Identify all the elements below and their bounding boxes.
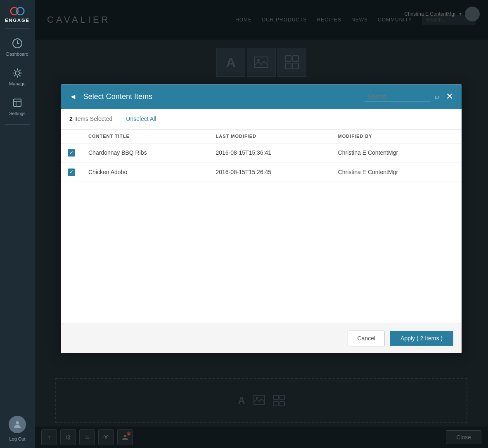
- settings-label: Settings: [9, 111, 26, 116]
- modal-search-icon[interactable]: ⌕: [435, 92, 439, 101]
- sidebar-item-dashboard[interactable]: Dashboard: [0, 32, 35, 61]
- svg-point-3: [15, 71, 19, 75]
- app-logo[interactable]: ENGAGE: [0, 0, 35, 25]
- sidebar-divider-2: [5, 124, 30, 125]
- row-modified-cell: 2016-08-15T15:26:45: [209, 163, 331, 182]
- modal-header: ◄ Select Content Items ⌕ ✕: [61, 84, 462, 109]
- row-checkbox[interactable]: ✓: [68, 149, 75, 156]
- logout-button[interactable]: Log Out: [9, 436, 25, 441]
- table-row: ✓ Chardonnay BBQ Ribs 2016-08-15T15:36:4…: [61, 143, 462, 163]
- table-col-modified: LAST MODIFIED: [209, 130, 331, 143]
- sidebar-divider: [5, 28, 30, 28]
- manage-label: Manage: [9, 81, 26, 86]
- selection-divider: [119, 115, 119, 123]
- dashboard-label: Dashboard: [6, 52, 28, 57]
- selected-count: 2: [69, 116, 73, 122]
- row-modified-cell: 2016-08-15T15:36:41: [209, 143, 331, 163]
- modal-body: 2 Items Selected Unselect All CONTENT TI…: [61, 109, 462, 323]
- row-title-cell: Chardonnay BBQ Ribs: [82, 143, 209, 163]
- cancel-button[interactable]: Cancel: [348, 330, 385, 346]
- modal-back-button[interactable]: ◄: [69, 92, 77, 101]
- dashboard-icon: [11, 37, 24, 50]
- modal-close-button[interactable]: ✕: [446, 91, 453, 102]
- settings-icon: [11, 96, 24, 109]
- select-content-modal: ◄ Select Content Items ⌕ ✕ 2 Items Selec…: [61, 84, 462, 353]
- row-checkbox-cell[interactable]: ✓: [61, 143, 82, 163]
- row-modified-by-cell: Christina E ContentMgr: [332, 163, 462, 182]
- table-col-title: CONTENT TITLE: [82, 130, 209, 143]
- modal-footer: Cancel Apply ( 2 Items ): [61, 323, 462, 353]
- app-name: ENGAGE: [5, 18, 30, 23]
- apply-items-button[interactable]: Apply ( 2 Items ): [390, 331, 453, 346]
- main-area: CAVALIER HOME OUR PRODUCTS RECIPES NEWS …: [35, 0, 488, 448]
- table-col-modified-by: MODIFIED BY: [332, 130, 462, 143]
- user-avatar[interactable]: [9, 416, 26, 433]
- sidebar-item-manage[interactable]: Manage: [0, 61, 35, 91]
- items-selected-count: 2 Items Selected: [69, 116, 112, 122]
- table-header-row: CONTENT TITLE LAST MODIFIED MODIFIED BY: [61, 130, 462, 143]
- sidebar: ENGAGE Dashboard Manage: [0, 0, 35, 448]
- selection-bar: 2 Items Selected Unselect All: [61, 109, 462, 129]
- sidebar-item-settings[interactable]: Settings: [0, 91, 35, 121]
- unselect-all-button[interactable]: Unselect All: [126, 116, 156, 122]
- table-col-checkbox: [61, 130, 82, 143]
- modal-title: Select Content Items: [83, 92, 365, 101]
- sidebar-bottom: Log Out: [0, 416, 35, 448]
- modal-search-input[interactable]: [365, 92, 431, 102]
- row-modified-by-cell: Christina E ContentMgr: [332, 143, 462, 163]
- svg-rect-4: [14, 99, 21, 106]
- table-row: ✓ Chicken Adobo 2016-08-15T15:26:45 Chri…: [61, 163, 462, 182]
- row-checkbox[interactable]: ✓: [68, 168, 75, 176]
- content-table: CONTENT TITLE LAST MODIFIED MODIFIED BY …: [61, 129, 462, 182]
- modal-search-area: ⌕: [365, 92, 439, 102]
- svg-point-7: [16, 421, 19, 424]
- manage-icon: [11, 66, 24, 80]
- row-checkbox-cell[interactable]: ✓: [61, 163, 82, 182]
- items-label: Items Selected: [74, 116, 113, 122]
- row-title-cell: Chicken Adobo: [82, 163, 209, 182]
